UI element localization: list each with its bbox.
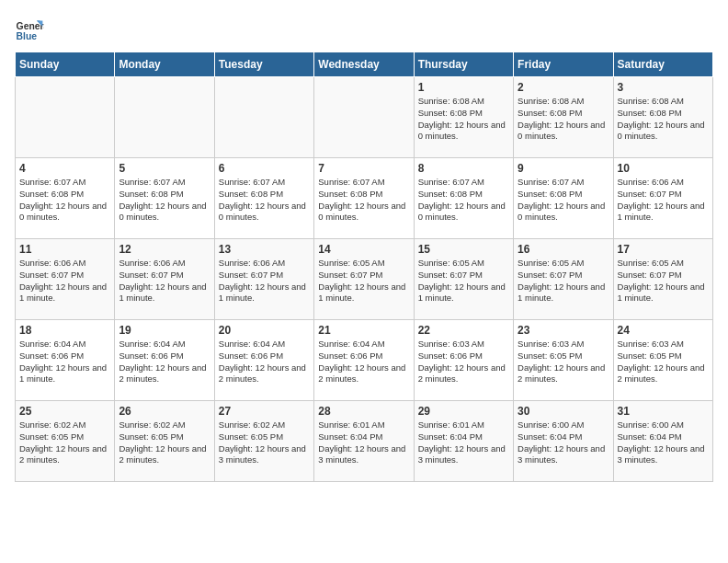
day-info: Sunrise: 6:04 AM Sunset: 6:06 PM Dayligh… [119, 339, 210, 385]
day-info: Sunrise: 6:08 AM Sunset: 6:08 PM Dayligh… [418, 96, 509, 143]
calendar-cell: 12Sunrise: 6:06 AM Sunset: 6:07 PM Dayli… [115, 239, 214, 320]
day-info: Sunrise: 6:05 AM Sunset: 6:07 PM Dayligh… [618, 258, 709, 304]
calendar-week-4: 18Sunrise: 6:04 AM Sunset: 6:06 PM Dayli… [16, 320, 713, 401]
day-number: 4 [19, 162, 110, 175]
day-info: Sunrise: 6:06 AM Sunset: 6:07 PM Dayligh… [219, 258, 310, 304]
day-info: Sunrise: 6:02 AM Sunset: 6:05 PM Dayligh… [119, 419, 210, 466]
calendar-cell: 25Sunrise: 6:02 AM Sunset: 6:05 PM Dayli… [16, 401, 115, 482]
calendar-cell: 20Sunrise: 6:04 AM Sunset: 6:06 PM Dayli… [214, 320, 313, 401]
calendar-cell: 11Sunrise: 6:06 AM Sunset: 6:07 PM Dayli… [16, 239, 115, 320]
day-number: 19 [119, 324, 210, 337]
day-info: Sunrise: 6:06 AM Sunset: 6:07 PM Dayligh… [618, 177, 709, 224]
calendar-cell: 7Sunrise: 6:07 AM Sunset: 6:08 PM Daylig… [314, 158, 414, 239]
day-info: Sunrise: 6:07 AM Sunset: 6:08 PM Dayligh… [219, 177, 310, 224]
day-info: Sunrise: 6:00 AM Sunset: 6:04 PM Dayligh… [618, 419, 709, 466]
day-info: Sunrise: 6:08 AM Sunset: 6:08 PM Dayligh… [618, 96, 709, 143]
calendar-cell: 17Sunrise: 6:05 AM Sunset: 6:07 PM Dayli… [613, 239, 712, 320]
calendar-cell: 23Sunrise: 6:03 AM Sunset: 6:05 PM Dayli… [514, 320, 613, 401]
calendar-week-1: 1Sunrise: 6:08 AM Sunset: 6:08 PM Daylig… [16, 77, 713, 158]
day-number: 21 [318, 324, 409, 337]
col-monday: Monday [115, 52, 214, 77]
svg-text:Blue: Blue [17, 31, 38, 41]
day-number: 7 [318, 162, 409, 175]
day-info: Sunrise: 6:01 AM Sunset: 6:04 PM Dayligh… [418, 419, 509, 466]
calendar-cell [314, 77, 414, 158]
calendar-cell: 6Sunrise: 6:07 AM Sunset: 6:08 PM Daylig… [214, 158, 313, 239]
day-number: 12 [119, 243, 210, 256]
day-info: Sunrise: 6:04 AM Sunset: 6:06 PM Dayligh… [219, 339, 310, 385]
day-number: 1 [418, 81, 509, 94]
day-number: 5 [119, 162, 210, 175]
day-number: 8 [418, 162, 509, 175]
calendar-week-2: 4Sunrise: 6:07 AM Sunset: 6:08 PM Daylig… [16, 158, 713, 239]
calendar-cell: 8Sunrise: 6:07 AM Sunset: 6:08 PM Daylig… [414, 158, 513, 239]
calendar-cell [115, 77, 214, 158]
header-row: Sunday Monday Tuesday Wednesday Thursday… [16, 52, 713, 77]
calendar-table: Sunday Monday Tuesday Wednesday Thursday… [15, 52, 713, 482]
col-tuesday: Tuesday [214, 52, 313, 77]
calendar-week-3: 11Sunrise: 6:06 AM Sunset: 6:07 PM Dayli… [16, 239, 713, 320]
day-number: 9 [518, 162, 609, 175]
day-number: 6 [219, 162, 310, 175]
day-info: Sunrise: 6:03 AM Sunset: 6:05 PM Dayligh… [618, 339, 709, 385]
day-number: 25 [19, 405, 110, 418]
day-info: Sunrise: 6:05 AM Sunset: 6:07 PM Dayligh… [518, 258, 609, 304]
day-number: 23 [518, 324, 609, 337]
day-number: 10 [618, 162, 709, 175]
calendar-cell [214, 77, 313, 158]
calendar-cell: 13Sunrise: 6:06 AM Sunset: 6:07 PM Dayli… [214, 239, 313, 320]
day-info: Sunrise: 6:07 AM Sunset: 6:08 PM Dayligh… [19, 177, 110, 224]
day-number: 29 [418, 405, 509, 418]
day-info: Sunrise: 6:06 AM Sunset: 6:07 PM Dayligh… [119, 258, 210, 304]
calendar-cell: 1Sunrise: 6:08 AM Sunset: 6:08 PM Daylig… [414, 77, 513, 158]
calendar-cell: 31Sunrise: 6:00 AM Sunset: 6:04 PM Dayli… [613, 401, 712, 482]
day-info: Sunrise: 6:07 AM Sunset: 6:08 PM Dayligh… [119, 177, 210, 224]
calendar-cell: 29Sunrise: 6:01 AM Sunset: 6:04 PM Dayli… [414, 401, 513, 482]
day-info: Sunrise: 6:03 AM Sunset: 6:06 PM Dayligh… [418, 339, 509, 385]
day-info: Sunrise: 6:02 AM Sunset: 6:05 PM Dayligh… [219, 419, 310, 466]
day-info: Sunrise: 6:07 AM Sunset: 6:08 PM Dayligh… [418, 177, 509, 224]
calendar-cell: 24Sunrise: 6:03 AM Sunset: 6:05 PM Dayli… [613, 320, 712, 401]
calendar-week-5: 25Sunrise: 6:02 AM Sunset: 6:05 PM Dayli… [16, 401, 713, 482]
day-number: 17 [618, 243, 709, 256]
day-info: Sunrise: 6:04 AM Sunset: 6:06 PM Dayligh… [318, 339, 409, 385]
day-info: Sunrise: 6:07 AM Sunset: 6:08 PM Dayligh… [518, 177, 609, 224]
day-number: 16 [518, 243, 609, 256]
day-number: 28 [318, 405, 409, 418]
calendar-cell: 9Sunrise: 6:07 AM Sunset: 6:08 PM Daylig… [514, 158, 613, 239]
col-wednesday: Wednesday [314, 52, 414, 77]
day-info: Sunrise: 6:00 AM Sunset: 6:04 PM Dayligh… [518, 419, 609, 466]
calendar-cell: 18Sunrise: 6:04 AM Sunset: 6:06 PM Dayli… [16, 320, 115, 401]
col-friday: Friday [514, 52, 613, 77]
calendar-cell: 19Sunrise: 6:04 AM Sunset: 6:06 PM Dayli… [115, 320, 214, 401]
calendar-cell: 2Sunrise: 6:08 AM Sunset: 6:08 PM Daylig… [514, 77, 613, 158]
calendar-cell: 27Sunrise: 6:02 AM Sunset: 6:05 PM Dayli… [214, 401, 313, 482]
calendar-cell: 21Sunrise: 6:04 AM Sunset: 6:06 PM Dayli… [314, 320, 414, 401]
calendar-cell: 3Sunrise: 6:08 AM Sunset: 6:08 PM Daylig… [613, 77, 712, 158]
day-info: Sunrise: 6:03 AM Sunset: 6:05 PM Dayligh… [518, 339, 609, 385]
day-info: Sunrise: 6:04 AM Sunset: 6:06 PM Dayligh… [19, 339, 110, 385]
day-number: 11 [19, 243, 110, 256]
col-sunday: Sunday [16, 52, 115, 77]
calendar-cell: 22Sunrise: 6:03 AM Sunset: 6:06 PM Dayli… [414, 320, 513, 401]
calendar-cell: 16Sunrise: 6:05 AM Sunset: 6:07 PM Dayli… [514, 239, 613, 320]
logo: General Blue [15, 15, 44, 44]
day-info: Sunrise: 6:05 AM Sunset: 6:07 PM Dayligh… [418, 258, 509, 304]
day-number: 26 [119, 405, 210, 418]
day-number: 2 [518, 81, 609, 94]
calendar-cell: 30Sunrise: 6:00 AM Sunset: 6:04 PM Dayli… [514, 401, 613, 482]
logo-icon: General Blue [15, 15, 44, 44]
day-info: Sunrise: 6:02 AM Sunset: 6:05 PM Dayligh… [19, 419, 110, 466]
day-number: 27 [219, 405, 310, 418]
calendar-cell: 10Sunrise: 6:06 AM Sunset: 6:07 PM Dayli… [613, 158, 712, 239]
col-saturday: Saturday [613, 52, 712, 77]
day-info: Sunrise: 6:06 AM Sunset: 6:07 PM Dayligh… [19, 258, 110, 304]
calendar-cell [16, 77, 115, 158]
day-number: 14 [318, 243, 409, 256]
day-number: 18 [19, 324, 110, 337]
day-info: Sunrise: 6:07 AM Sunset: 6:08 PM Dayligh… [318, 177, 409, 224]
col-thursday: Thursday [414, 52, 513, 77]
day-number: 15 [418, 243, 509, 256]
day-number: 3 [618, 81, 709, 94]
day-number: 31 [618, 405, 709, 418]
